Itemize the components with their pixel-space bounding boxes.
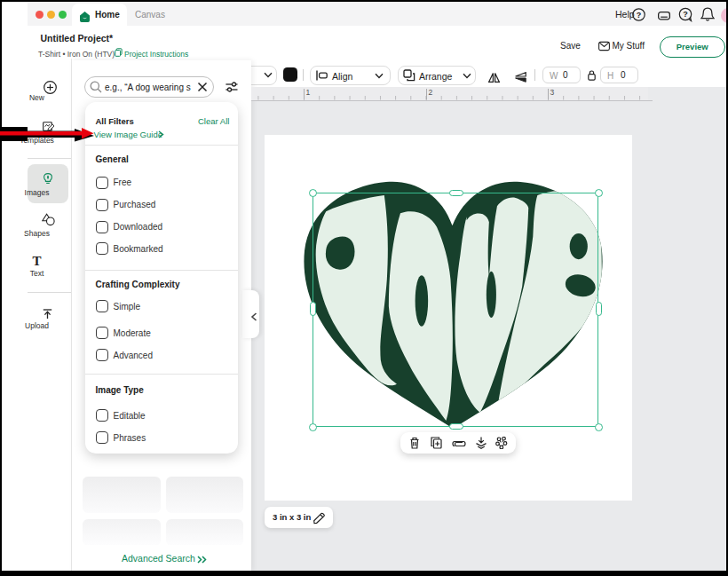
svg-text:2: 2 — [429, 88, 433, 97]
svg-text:3: 3 — [550, 88, 555, 97]
svg-text:?: ? — [637, 11, 642, 20]
svg-text:?: ? — [683, 10, 688, 19]
svg-text:1: 1 — [306, 88, 311, 97]
